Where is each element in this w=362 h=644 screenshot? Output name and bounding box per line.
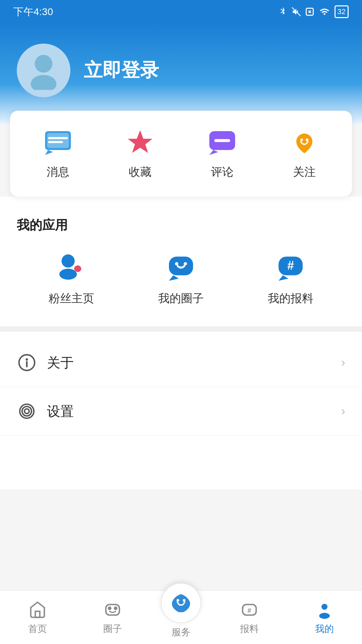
svg-rect-11 [214, 139, 230, 142]
home-label: 首页 [28, 623, 47, 635]
favorites-label: 收藏 [129, 164, 152, 180]
mine-label: 我的 [315, 623, 334, 635]
my-report-label: 我的报料 [268, 291, 313, 306]
status-bar: 下午4:30 32 [0, 0, 362, 23]
follow-label: 关注 [293, 164, 316, 180]
avatar-icon [23, 50, 64, 91]
nav-service[interactable]: 服务 [161, 583, 201, 639]
nav-mine[interactable]: 我的 [298, 600, 351, 635]
header-section[interactable]: 立即登录 [0, 23, 362, 124]
avatar[interactable] [17, 44, 70, 97]
svg-text:#: # [247, 607, 251, 614]
svg-point-3 [31, 75, 57, 90]
svg-marker-9 [128, 131, 152, 152]
follow-icon [288, 127, 321, 158]
svg-point-28 [24, 409, 29, 414]
svg-rect-18 [169, 257, 193, 275]
settings-icon [17, 401, 37, 421]
svg-rect-31 [35, 611, 40, 617]
svg-point-16 [59, 269, 77, 280]
about-icon [17, 353, 37, 373]
action-follow[interactable]: 关注 [278, 127, 331, 180]
svg-point-37 [183, 599, 185, 602]
app-fans-home[interactable]: 粉丝主页 [17, 251, 126, 306]
quick-actions-card: 消息 收藏 评论 关注 [10, 111, 352, 197]
nav-circle[interactable]: 圈子 [86, 600, 139, 635]
status-time: 下午4:30 [13, 5, 53, 19]
status-icons: 32 [278, 5, 349, 18]
svg-point-19 [175, 262, 178, 265]
messages-icon [41, 127, 75, 158]
action-comments[interactable]: 评论 [195, 127, 249, 180]
menu-about[interactable]: 关于 › [0, 338, 362, 387]
svg-point-41 [319, 613, 330, 619]
svg-point-20 [184, 262, 187, 265]
apps-grid: 粉丝主页 我的圈子 # [0, 244, 362, 320]
section-divider [0, 326, 362, 332]
messages-label: 消息 [47, 164, 69, 180]
battery-icon: 32 [335, 5, 349, 18]
app-my-report[interactable]: # 我的报料 [236, 251, 345, 306]
settings-label: 设置 [47, 402, 341, 421]
my-circle-label: 我的圈子 [158, 291, 204, 306]
menu-settings[interactable]: 设置 › [0, 387, 362, 436]
about-label: 关于 [47, 354, 341, 372]
fans-home-label: 粉丝主页 [49, 291, 94, 306]
svg-point-33 [109, 607, 111, 609]
settings-arrow: › [341, 404, 345, 418]
comments-icon [205, 127, 239, 158]
nav-report[interactable]: # 报料 [223, 600, 276, 635]
fans-home-icon [53, 251, 90, 284]
content-area: 我的应用 粉丝主页 [0, 197, 362, 489]
svg-marker-21 [169, 275, 179, 281]
svg-marker-8 [45, 150, 53, 155]
svg-point-30 [22, 407, 32, 416]
home-icon [27, 600, 48, 620]
wifi-icon [318, 7, 330, 17]
action-messages[interactable]: 消息 [31, 127, 85, 180]
my-apps-title: 我的应用 [0, 197, 362, 244]
report-label: 报料 [240, 623, 259, 635]
svg-point-2 [35, 55, 53, 73]
svg-text:#: # [287, 259, 294, 272]
bottom-nav: 首页 圈子 服务 [0, 590, 362, 644]
svg-point-34 [115, 607, 117, 609]
mute-icon [292, 6, 301, 17]
comments-label: 评论 [211, 164, 234, 180]
circle-label: 圈子 [103, 623, 122, 635]
svg-marker-24 [279, 275, 288, 281]
mine-icon [314, 600, 335, 620]
close-icon [305, 7, 314, 16]
bluetooth-icon [278, 6, 288, 17]
my-circle-icon [163, 251, 199, 284]
service-label: 服务 [172, 626, 190, 639]
service-center-icon [161, 583, 201, 623]
svg-rect-32 [106, 604, 120, 615]
action-favorites[interactable]: 收藏 [113, 127, 167, 180]
about-arrow: › [341, 356, 345, 370]
svg-point-14 [306, 139, 308, 141]
nav-home[interactable]: 首页 [11, 600, 64, 635]
svg-point-40 [321, 604, 327, 610]
login-text[interactable]: 立即登录 [84, 58, 159, 83]
svg-point-15 [62, 255, 75, 268]
circle-icon [103, 600, 123, 620]
svg-point-36 [177, 599, 179, 602]
svg-marker-12 [209, 150, 218, 155]
my-report-icon: # [272, 251, 309, 284]
favorites-icon [123, 127, 157, 158]
app-my-circle[interactable]: 我的圈子 [126, 251, 236, 306]
svg-point-13 [300, 139, 303, 141]
report-icon: # [239, 600, 259, 620]
svg-rect-5 [47, 133, 69, 148]
